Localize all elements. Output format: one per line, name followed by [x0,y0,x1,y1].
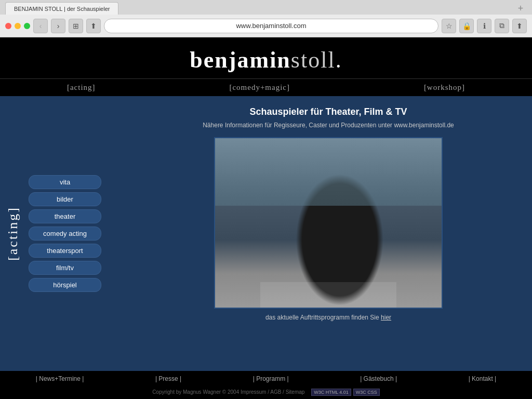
browser-chrome: BENJAMIN STOLL | der Schauspieler + ‹ › … [0,0,532,37]
footer-kontakt[interactable]: | Kontakt | [469,375,497,382]
footer-programm[interactable]: | Programm | [253,375,289,382]
footer-presse[interactable]: | Presse | [155,375,181,382]
traffic-lights [5,23,30,29]
subtitle-link[interactable]: www.benjaminstoll.de [394,122,454,129]
photo-caption: das aktuelle Auftrittsprogramm finden Si… [265,314,391,321]
footer-news[interactable]: | News+Termine | [36,375,84,382]
minimize-button[interactable] [15,23,21,29]
lock-button[interactable]: 🔒 [459,19,474,33]
tab-bar: BENJAMIN STOLL | der Schauspieler + [0,0,532,15]
copyright-text: Copyright by Magnus Wagner © 2004 Impres… [152,389,304,395]
footer-copyright: Copyright by Magnus Wagner © 2004 Impres… [0,387,532,399]
main-content: Schauspieler für Theater, Film & TV Nähe… [125,96,532,371]
maximize-button[interactable] [24,23,30,29]
close-button[interactable] [5,23,11,29]
footer-gaestebuch[interactable]: | Gästebuch | [360,375,397,382]
forward-button[interactable]: › [51,19,65,33]
browser-tab[interactable]: BENJAMIN STOLL | der Schauspieler [5,2,118,15]
tab-button[interactable]: ⧉ [495,19,509,33]
nav-item-workshop[interactable]: [workshop] [424,83,465,92]
browser-toolbar: ‹ › ⊞ ⬆ www.benjaminstoll.com ☆ 🔒 ℹ ⧉ ⬆ [0,15,532,37]
bookmark-button[interactable]: ☆ [442,19,456,33]
page-subtitle: Nähere Informationen für Regisseure, Cas… [203,122,454,129]
site-header: benjaminstoll. [0,37,532,78]
caption-link[interactable]: hier [381,314,391,321]
content-area: [acting] vita bilder theater comedy acti… [0,96,532,371]
actor-figure [215,138,442,308]
back-button[interactable]: ‹ [33,19,48,33]
logo-part1: benjamin [190,47,290,73]
sidebar-btn-film-tv[interactable]: film/tv [29,261,101,275]
info-button[interactable]: ℹ [477,19,491,33]
url-text: www.benjaminstoll.com [236,22,306,30]
nav-item-comedy[interactable]: [comedy+magic] [229,83,290,92]
css-badge: W3C CSS [353,389,380,396]
actor-photo [214,137,443,309]
sidebar-btn-bilder[interactable]: bilder [29,192,101,206]
main-nav: [acting] [comedy+magic] [workshop] [0,78,532,96]
page-title: Schauspieler für Theater, Film & TV [249,107,407,117]
footer-nav: | News+Termine | | Presse | | Programm |… [0,371,532,387]
sidebar-btn-comedy-acting[interactable]: comedy acting [29,227,101,241]
url-bar[interactable]: www.benjaminstoll.com [104,19,438,33]
nav-item-acting[interactable]: [acting] [67,83,96,92]
footer-badges: W3C HTML 4.01 W3C CSS [311,389,380,396]
html-badge: W3C HTML 4.01 [311,389,351,396]
sidebar-btn-theater[interactable]: theater [29,209,101,223]
side-label-container: [acting] [0,96,26,371]
subtitle-prefix: Nähere Informationen für Regisseure, Cas… [203,122,392,129]
logo-dot: . [336,47,342,73]
menu-button[interactable]: ⬆ [512,19,527,33]
site-logo: benjaminstoll. [0,47,532,73]
sidebar-btn-theatersport[interactable]: theatersport [29,244,101,258]
side-acting-label: [acting] [5,206,21,261]
new-tab-button[interactable]: + [514,2,527,15]
website: benjaminstoll. [acting] [comedy+magic] [… [0,37,532,399]
share-button[interactable]: ⬆ [86,19,101,33]
sidebar-btn-vita[interactable]: vita [29,175,101,189]
sidebar-btn-hoerspiel[interactable]: hörspiel [29,278,101,292]
caption-prefix: das aktuelle Auftrittsprogramm finden Si… [265,314,379,321]
tab-title: BENJAMIN STOLL | der Schauspieler [14,6,110,12]
tab-view-button[interactable]: ⊞ [69,19,83,33]
logo-part2: stoll [291,47,336,73]
